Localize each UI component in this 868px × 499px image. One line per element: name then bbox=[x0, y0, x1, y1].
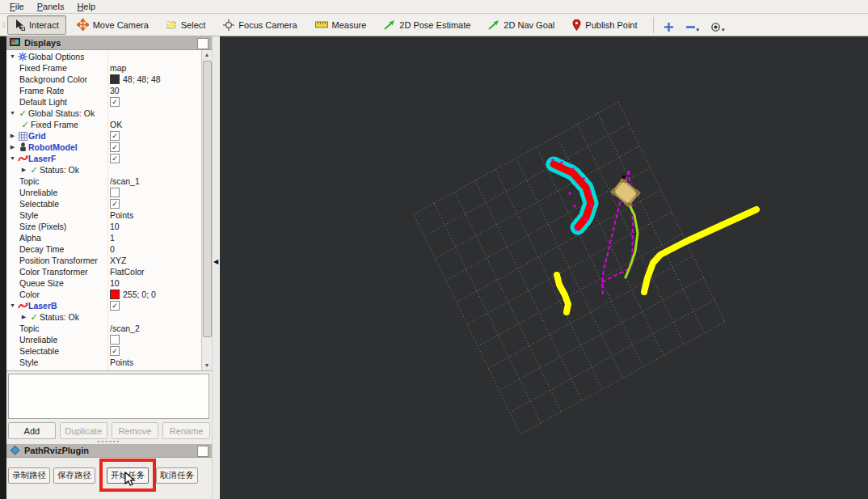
property-value[interactable]: Points bbox=[110, 357, 133, 368]
collapse-arrow-icon[interactable]: ▼ bbox=[8, 300, 17, 311]
checked-checkbox[interactable]: ✓ bbox=[110, 199, 120, 209]
property-value[interactable]: map bbox=[110, 62, 126, 74]
plugin-button-取消任务[interactable]: 取消任务 bbox=[156, 467, 198, 484]
property-value[interactable]: 10 bbox=[110, 221, 120, 232]
property-value[interactable]: /scan_2 bbox=[110, 323, 140, 334]
duplicate-button[interactable]: Duplicate bbox=[60, 422, 107, 439]
tree-row-unreliable[interactable]: Unreliable bbox=[6, 334, 202, 345]
unchecked-checkbox[interactable] bbox=[110, 188, 120, 197]
panel-collapse-arrow-icon[interactable]: ◀ bbox=[213, 258, 218, 265]
tree-row-default-light[interactable]: Default Light✓ bbox=[6, 96, 202, 108]
checked-checkbox[interactable]: ✓ bbox=[110, 131, 120, 141]
tree-row-style[interactable]: StylePoints bbox=[6, 357, 202, 368]
tool-publish-point[interactable]: Publish Point bbox=[565, 15, 644, 35]
property-value[interactable]: XYZ bbox=[110, 255, 126, 266]
plugin-button-录制路径[interactable]: 录制路径 bbox=[8, 467, 50, 484]
tree-row-color[interactable]: Color255; 0; 0 bbox=[6, 289, 202, 300]
color-swatch[interactable] bbox=[110, 290, 120, 299]
color-property-value[interactable]: 255; 0; 0 bbox=[110, 289, 156, 300]
plugin-button-开始任务[interactable]: 开始任务 bbox=[107, 467, 149, 484]
checked-checkbox[interactable]: ✓ bbox=[110, 97, 120, 107]
property-value[interactable]: 10 bbox=[110, 277, 120, 289]
expand-arrow-icon[interactable]: ▶ bbox=[19, 311, 28, 323]
tree-row-selectable[interactable]: Selectable✓ bbox=[6, 198, 202, 209]
scrollbar-thumb[interactable] bbox=[203, 61, 212, 337]
tool-2d-pose-estimate[interactable]: 2D Pose Estimate bbox=[377, 15, 478, 35]
displays-panel-header[interactable]: Displays bbox=[6, 36, 212, 50]
expand-arrow-icon[interactable]: ▶ bbox=[8, 142, 17, 153]
tree-row-topic[interactable]: Topic/scan_1 bbox=[6, 175, 202, 187]
tree-row-alpha[interactable]: Alpha1 bbox=[6, 232, 202, 243]
tree-row-frame-rate[interactable]: Frame Rate30 bbox=[6, 85, 202, 96]
remove-tool-button[interactable]: ▾ bbox=[680, 16, 705, 34]
divider-grip[interactable]: ·· bbox=[213, 240, 215, 252]
tree-row-fixed-frame[interactable]: Fixed Framemap bbox=[6, 62, 202, 74]
tree-row-style[interactable]: StylePoints bbox=[6, 209, 202, 221]
tree-row-queue-size[interactable]: Queue Size10 bbox=[6, 277, 202, 289]
collapse-arrow-icon[interactable]: ▼ bbox=[8, 108, 17, 119]
plugin-collapse-button[interactable] bbox=[197, 446, 209, 457]
property-value[interactable]: 1 bbox=[110, 232, 115, 243]
property-value[interactable]: 0 bbox=[110, 243, 115, 255]
menu-panels[interactable]: Panels bbox=[31, 1, 71, 12]
tree-row-decay-time[interactable]: Decay Time0 bbox=[6, 243, 202, 255]
tree-row-global-status-ok[interactable]: ▼✓Global Status: Ok bbox=[6, 108, 202, 119]
tool-move-camera[interactable]: Move Camera bbox=[70, 15, 156, 35]
tree-row-global-options[interactable]: ▼Global Options bbox=[6, 51, 202, 62]
tree-row-grid[interactable]: ▶Grid✓ bbox=[6, 130, 202, 142]
property-checkbox[interactable]: ✓ bbox=[110, 300, 120, 311]
property-value[interactable]: /scan_1 bbox=[110, 175, 140, 187]
checked-checkbox[interactable]: ✓ bbox=[110, 154, 120, 163]
property-value[interactable]: 30 bbox=[110, 85, 120, 96]
collapse-arrow-icon[interactable]: ▼ bbox=[8, 153, 17, 164]
toolbar-grip[interactable]: ⁞⁞ bbox=[2, 22, 5, 28]
property-checkbox[interactable]: ✓ bbox=[110, 142, 120, 153]
menu-help[interactable]: Help bbox=[70, 1, 102, 12]
tree-row-size-pixels[interactable]: Size (Pixels)10 bbox=[6, 221, 202, 232]
scroll-up-arrow[interactable]: ▲ bbox=[202, 50, 212, 60]
property-checkbox[interactable]: ✓ bbox=[110, 198, 120, 209]
property-checkbox[interactable]: ✓ bbox=[110, 345, 120, 357]
menu-file[interactable]: File bbox=[3, 1, 31, 12]
displays-tree[interactable]: ▼Global OptionsFixed FramemapBackground … bbox=[6, 50, 212, 371]
unchecked-checkbox[interactable] bbox=[110, 335, 120, 345]
tool-interact[interactable]: Interact bbox=[7, 15, 66, 35]
tree-row-background-color[interactable]: Background Color48; 48; 48 bbox=[6, 74, 202, 85]
collapse-arrow-icon[interactable]: ▼ bbox=[8, 51, 17, 62]
tree-row-robotmodel[interactable]: ▶RobotModel✓ bbox=[6, 142, 202, 153]
property-checkbox[interactable]: ✓ bbox=[110, 96, 120, 108]
add-tool-button[interactable] bbox=[659, 16, 679, 34]
checked-checkbox[interactable]: ✓ bbox=[110, 346, 120, 356]
3d-viewport[interactable] bbox=[220, 36, 868, 499]
property-checkbox[interactable]: ✓ bbox=[110, 130, 120, 142]
add-button[interactable]: Add bbox=[8, 422, 56, 439]
scroll-down-arrow[interactable]: ▼ bbox=[202, 361, 212, 370]
tree-row-status-ok[interactable]: ▶✓Status: Ok bbox=[6, 164, 202, 175]
tree-row-laserb[interactable]: ▼LaserB✓ bbox=[6, 300, 202, 311]
tree-row-status-ok[interactable]: ▶✓Status: Ok bbox=[6, 311, 202, 323]
tool-select[interactable]: Select bbox=[159, 15, 213, 35]
tree-row-topic[interactable]: Topic/scan_2 bbox=[6, 323, 202, 334]
remove-button[interactable]: Remove bbox=[112, 422, 159, 439]
tool-measure[interactable]: Measure bbox=[308, 15, 374, 35]
tool-properties-button[interactable]: ▾ bbox=[706, 16, 730, 34]
property-checkbox[interactable]: ✓ bbox=[110, 153, 120, 164]
plugin-panel-header[interactable]: PathRvizPlugin bbox=[6, 444, 212, 458]
tree-row-unreliable[interactable]: Unreliable bbox=[6, 187, 202, 198]
tree-row-position-transformer[interactable]: Position TransformerXYZ bbox=[6, 255, 202, 266]
color-property-value[interactable]: 48; 48; 48 bbox=[110, 74, 161, 85]
checked-checkbox[interactable]: ✓ bbox=[110, 142, 120, 152]
tree-scrollbar[interactable]: ▲ ▼ bbox=[201, 50, 212, 370]
tree-row-fixed-frame[interactable]: ✓Fixed FrameOK bbox=[6, 119, 202, 130]
tool-2d-nav-goal[interactable]: 2D Nav Goal bbox=[481, 15, 562, 35]
property-value[interactable]: FlatColor bbox=[110, 266, 145, 277]
tool-focus-camera[interactable]: Focus Camera bbox=[216, 15, 304, 35]
displays-collapse-button[interactable] bbox=[197, 38, 209, 49]
rename-button[interactable]: Rename bbox=[162, 422, 210, 439]
tree-row-color-transformer[interactable]: Color TransformerFlatColor bbox=[6, 266, 202, 277]
property-value[interactable]: OK bbox=[110, 119, 122, 130]
tree-row-selectable[interactable]: Selectable✓ bbox=[6, 345, 202, 357]
checked-checkbox[interactable]: ✓ bbox=[110, 301, 120, 311]
plugin-button-保存路径[interactable]: 保存路径 bbox=[53, 467, 95, 484]
color-swatch[interactable] bbox=[110, 74, 120, 84]
